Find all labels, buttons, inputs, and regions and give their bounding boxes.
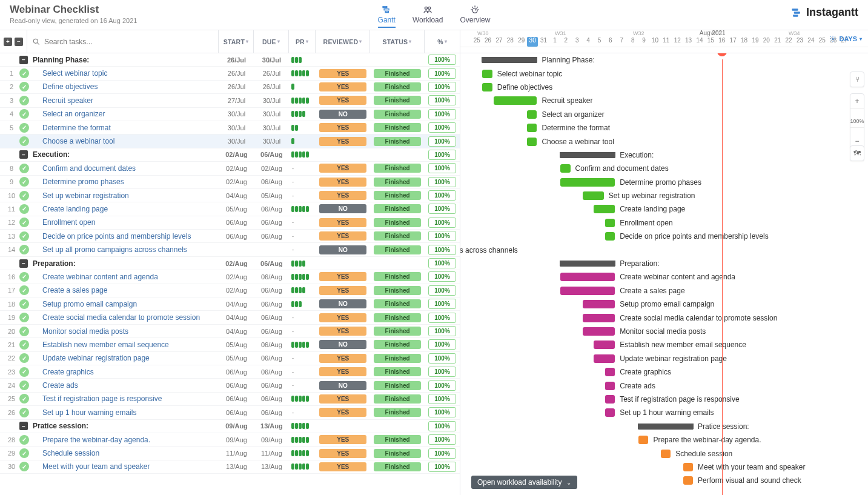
task-bar[interactable] <box>583 327 615 336</box>
task-row[interactable]: 16Create webinar content and agenda02/Au… <box>0 270 460 284</box>
check-icon[interactable] <box>19 231 29 241</box>
day-cell[interactable]: 16 <box>717 37 727 47</box>
day-cell[interactable]: 19 <box>750 37 761 47</box>
task-row[interactable]: 18Setup promo email campaign04/Aug06/Aug… <box>0 297 460 311</box>
day-cell[interactable]: 13 <box>683 37 694 47</box>
check-icon[interactable] <box>19 204 29 214</box>
tab-workload[interactable]: Workload <box>412 5 443 27</box>
task-row[interactable]: 5Determine the format30/Jul30/JulYESFini… <box>0 121 460 135</box>
check-icon[interactable] <box>19 136 29 146</box>
day-cell[interactable]: 21 <box>772 37 783 47</box>
zoom-level[interactable]: 100% <box>850 115 864 127</box>
task-row[interactable]: 21Establish new member email sequence05/… <box>0 338 460 351</box>
brand-logo[interactable]: Instagantt <box>790 4 858 19</box>
task-row[interactable]: 28Prepare the webinar-day agenda.09/Aug0… <box>0 433 460 447</box>
task-bar[interactable] <box>605 408 615 417</box>
task-row[interactable]: 19Create social media calendar to promot… <box>0 311 460 324</box>
task-bar[interactable] <box>605 232 615 241</box>
day-cell[interactable]: 22 <box>783 37 794 47</box>
timeline-header[interactable]: W30W31W32W33W34Aug 202125262728293031123… <box>460 30 868 47</box>
expand-all-button[interactable]: + <box>4 38 12 46</box>
task-row[interactable]: 1Select webinar topic26/Jul26/JulYESFini… <box>0 67 460 80</box>
git-branch-button[interactable]: ⑂ <box>850 71 864 87</box>
task-bar[interactable] <box>527 124 537 132</box>
task-bar[interactable] <box>594 354 615 363</box>
task-bar[interactable] <box>683 463 693 471</box>
day-cell[interactable]: 26 <box>482 37 493 47</box>
day-cell[interactable]: 25 <box>817 37 827 47</box>
day-cell[interactable]: 27 <box>494 37 505 47</box>
task-row[interactable]: 25Test if registration page is responsiv… <box>0 393 460 406</box>
task-bar[interactable] <box>527 138 537 146</box>
task-bar[interactable] <box>560 178 615 187</box>
day-cell[interactable]: 10 <box>649 37 660 47</box>
check-icon[interactable] <box>19 394 29 404</box>
summary-bar[interactable] <box>638 424 693 430</box>
check-icon[interactable] <box>19 82 29 91</box>
check-icon[interactable] <box>19 68 29 78</box>
collapse-toggle[interactable]: − <box>19 150 28 159</box>
day-cell[interactable]: 23 <box>794 37 805 47</box>
day-cell[interactable]: 28 <box>505 37 515 47</box>
collapse-toggle[interactable]: − <box>19 259 28 268</box>
check-icon[interactable] <box>19 164 29 173</box>
check-icon[interactable] <box>19 123 29 133</box>
day-cell[interactable]: 31 <box>538 37 549 47</box>
task-bar[interactable] <box>605 219 615 227</box>
task-row[interactable]: 17Create a sales page02/Aug06/AugYESFini… <box>0 284 460 297</box>
task-bar[interactable] <box>638 436 648 444</box>
task-row[interactable]: 9Determine promo phases02/Aug06/Aug-YESF… <box>0 176 460 189</box>
task-row[interactable]: 11Create landing page05/Aug06/AugNOFinis… <box>0 202 460 216</box>
task-bar[interactable] <box>494 96 537 105</box>
check-icon[interactable] <box>19 435 29 445</box>
task-bar[interactable] <box>583 300 615 308</box>
group-row[interactable]: −Preparation:02/Aug06/Aug100% <box>0 257 460 270</box>
task-row[interactable]: 20Monitor social media posts04/Aug06/Aug… <box>0 325 460 338</box>
day-cell[interactable]: 24 <box>806 37 817 47</box>
check-icon[interactable] <box>19 408 29 417</box>
day-cell[interactable]: 15 <box>705 37 716 47</box>
task-row[interactable]: 29Schedule session11/Aug11/AugYESFinishe… <box>0 447 460 460</box>
task-bar[interactable] <box>482 83 492 91</box>
tab-gantt[interactable]: Gantt <box>378 5 396 28</box>
summary-bar[interactable] <box>560 261 615 267</box>
col-start[interactable]: START▾ <box>219 30 254 53</box>
task-bar[interactable] <box>605 382 615 390</box>
task-row[interactable]: 3Recruit speaker27/Jul30/JulYESFinished1… <box>0 94 460 107</box>
check-icon[interactable] <box>19 272 29 282</box>
day-cell[interactable]: 4 <box>583 37 594 47</box>
collapse-toggle[interactable]: − <box>19 56 28 64</box>
workload-availability-button[interactable]: Open workload availability⌄ <box>471 476 577 489</box>
check-icon[interactable] <box>19 191 29 201</box>
day-cell[interactable]: 5 <box>594 37 605 47</box>
task-row[interactable]: 8Confirm and document dates02/Aug02/Aug-… <box>0 162 460 175</box>
check-icon[interactable] <box>19 218 29 227</box>
task-bar[interactable] <box>583 191 604 200</box>
day-cell[interactable]: 9 <box>638 37 649 47</box>
task-bar[interactable] <box>594 205 615 213</box>
task-bar[interactable] <box>605 395 615 404</box>
day-cell[interactable]: 12 <box>672 37 683 47</box>
search-field[interactable] <box>27 30 219 53</box>
task-bar[interactable] <box>594 341 615 349</box>
collapse-toggle[interactable]: − <box>19 422 28 430</box>
task-row[interactable]: 12Enrollment open06/Aug06/Aug-YESFinishe… <box>0 216 460 230</box>
day-cell[interactable]: 11 <box>661 37 672 47</box>
fit-button[interactable]: 🗺 <box>850 145 864 161</box>
day-cell[interactable]: 20 <box>761 37 772 47</box>
day-cell[interactable]: 3 <box>572 37 583 47</box>
task-row[interactable]: 4Select an organizer30/Jul30/JulNOFinish… <box>0 108 460 121</box>
group-row[interactable]: −Execution:02/Aug06/Aug100% <box>0 148 460 162</box>
task-row[interactable]: 24Create ads06/Aug06/Aug-NOFinished100% <box>0 379 460 392</box>
task-row[interactable]: 26Set up 1 hour warning emails06/Aug06/A… <box>0 406 460 419</box>
task-bar[interactable] <box>560 287 615 295</box>
day-cell[interactable]: 30 <box>527 37 538 47</box>
check-icon[interactable] <box>19 245 29 254</box>
task-row[interactable]: 13Decide on price points and membership … <box>0 230 460 243</box>
task-bar[interactable] <box>560 273 615 281</box>
group-row[interactable]: −Pratice session:09/Aug13/Aug100% <box>0 420 460 433</box>
check-icon[interactable] <box>19 96 29 105</box>
task-row[interactable]: 22Update webinar registration page05/Aug… <box>0 352 460 365</box>
day-cell[interactable]: 14 <box>694 37 705 47</box>
task-row[interactable]: 23Create graphics06/Aug06/Aug-YESFinishe… <box>0 365 460 379</box>
